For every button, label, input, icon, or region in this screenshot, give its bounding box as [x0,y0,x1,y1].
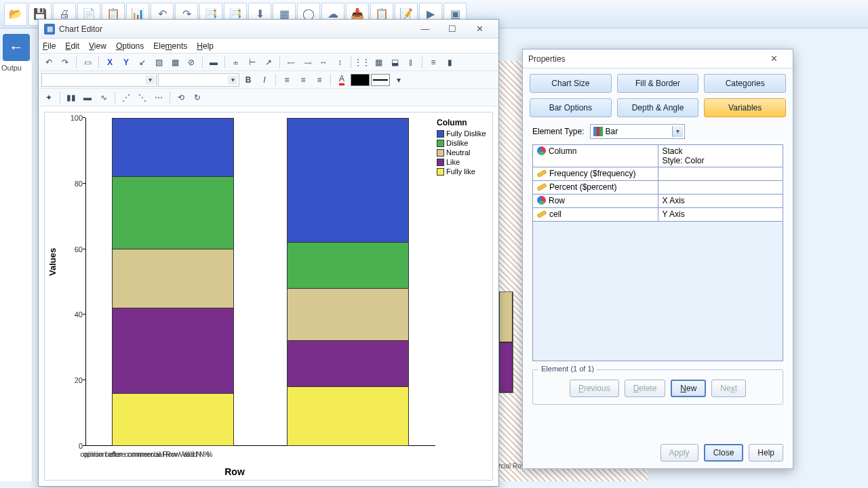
rotate-icon[interactable]: ⟲ [174,90,189,105]
legend-item[interactable]: Fully like [435,167,488,176]
line-chart-icon[interactable]: ∿ [96,90,111,105]
help-button[interactable]: Help [749,444,783,462]
bar-column[interactable]: opinion before commercial Row Valid N % [112,118,234,446]
previous-button[interactable]: Previous [570,380,619,397]
tab-bar-options[interactable]: Bar Options [530,98,612,117]
variable-row[interactable]: RowX Axis [533,195,783,208]
tab-variables[interactable]: Variables [704,98,786,117]
text-color-button[interactable]: A [334,73,349,87]
explode-icon[interactable]: ✦ [41,90,56,105]
delete-button[interactable]: Delete [625,380,666,397]
chevron-down-icon[interactable]: ▾ [672,126,683,137]
undo-icon[interactable]: ↶ [41,55,56,70]
edit-axis-icon[interactable]: ↙ [135,55,150,70]
scatter1-icon[interactable]: ⋰ [119,90,134,105]
menu-view[interactable]: View [89,41,106,51]
chart-editor-titlebar[interactable]: ▦ Chart Editor — ☐ ✕ [39,20,498,39]
scatter3-icon[interactable]: ⋯ [151,90,166,105]
plot-area[interactable]: 020406080100 opinion before commercial R… [85,118,435,446]
legend-item[interactable]: Fully Dislike [435,129,488,138]
next-button[interactable]: Next [711,380,746,397]
menu-file[interactable]: File [43,41,56,51]
italic-button[interactable]: I [257,73,272,87]
line-style-picker[interactable] [371,74,390,86]
legend-label: Dislike [446,139,468,147]
maximize-button[interactable]: ☐ [439,22,466,37]
align-left-button[interactable]: ≡ [279,73,294,87]
properties-titlebar[interactable]: Properties ✕ [523,49,793,68]
legend-item[interactable]: Like [435,157,488,167]
new-button[interactable]: New [671,380,706,397]
menu-edit[interactable]: Edit [65,41,79,51]
bar-column[interactable]: opinion after commercial Row Valid N % [287,118,409,446]
y-axis-icon[interactable]: Y [119,55,134,70]
apply-button[interactable]: Apply [660,444,698,462]
props-icon[interactable]: ▭ [80,55,95,70]
legend[interactable]: Column Fully DislikeDislikeNeutralLikeFu… [435,117,488,480]
bar-segment[interactable] [287,243,409,289]
align-center-button[interactable]: ≡ [296,73,311,87]
axis-icon[interactable]: ▦ [371,55,386,70]
fit-right-icon[interactable]: ⟞ [300,55,315,70]
variable-row[interactable]: Frequency ($frequency) [533,167,783,181]
font-size-combo[interactable]: ▾ [158,73,239,87]
menu-options[interactable]: Options [116,41,144,51]
chart-canvas[interactable]: Values 020406080100 opinion before comme… [39,106,498,486]
bin-icon[interactable]: ⬓ [387,55,402,70]
variable-row[interactable]: cellY Axis [533,208,783,222]
tab-depth-angle[interactable]: Depth & Angle [617,98,699,117]
tab-categories[interactable]: Categories [704,74,786,93]
bar-segment[interactable] [112,394,234,446]
note-icon[interactable]: ▬ [206,55,221,70]
bar-segment[interactable] [287,387,409,446]
legend-item[interactable]: Dislike [435,138,488,148]
grid-icon[interactable]: ▦ [167,55,182,70]
line-drop-icon[interactable]: ▾ [391,73,406,87]
bar-segment[interactable] [287,118,409,243]
fit-left-icon[interactable]: ⟝ [283,55,298,70]
fit-h-icon[interactable]: ↔ [316,55,331,70]
tab-chart-size[interactable]: Chart Size [530,74,612,93]
gridline-icon[interactable]: ⋮⋮ [355,55,370,70]
tab-fill-border[interactable]: Fill & Border [617,74,699,93]
legend-item[interactable]: Neutral [435,148,488,157]
bar-segment[interactable] [112,308,234,394]
bar-segment[interactable] [287,289,409,341]
align-left-icon[interactable]: ⊢ [245,55,260,70]
element-type-combo[interactable]: Bar ▾ [590,124,685,139]
fill-swatch[interactable] [351,74,370,86]
toolbar-open-icon[interactable]: 📂 [4,3,27,26]
variables-grid[interactable]: ColumnStack Style: ColorFrequency ($freq… [532,144,783,361]
hbar-icon[interactable]: ▬ [80,90,95,105]
align-bottom-icon[interactable]: ⫨ [229,55,243,70]
x-axis-icon[interactable]: X [102,55,117,70]
menu-elements[interactable]: Elements [153,41,187,51]
back-button[interactable]: ← [3,34,30,61]
align-right-button[interactable]: ≡ [312,73,327,87]
legend-icon[interactable]: ≡ [426,55,441,70]
refresh-icon[interactable]: ↻ [190,90,205,105]
vbar-icon[interactable]: ▮▮ [64,90,79,105]
fit-v-icon[interactable]: ↕ [332,55,347,70]
bar-segment[interactable] [287,341,409,387]
chart[interactable]: Values 020406080100 opinion before comme… [44,112,493,481]
minimize-button[interactable]: — [412,22,439,37]
variable-row[interactable]: ColumnStack Style: Color [533,145,783,167]
redo-icon[interactable]: ↷ [58,55,73,70]
menu-help[interactable]: Help [197,41,214,51]
reset-icon[interactable]: ⊘ [184,55,199,70]
transpose-icon[interactable]: ⫿ [403,55,418,70]
close-dialog-button[interactable]: Close [704,444,744,462]
bar-segment[interactable] [112,177,234,249]
font-family-combo[interactable]: ▾ [41,73,157,87]
bar-segment[interactable] [112,118,234,177]
swap-icon[interactable]: ▧ [151,55,166,70]
properties-close-icon[interactable]: ✕ [760,52,787,66]
bold-button[interactable]: B [241,73,256,87]
scatter2-icon[interactable]: ⋱ [135,90,150,105]
variable-row[interactable]: Percent ($percent) [533,181,783,195]
bar-segment[interactable] [112,249,234,308]
close-button[interactable]: ✕ [466,22,493,37]
bar-icon[interactable]: ▮ [442,55,457,70]
trend-icon[interactable]: ↗ [261,55,276,70]
